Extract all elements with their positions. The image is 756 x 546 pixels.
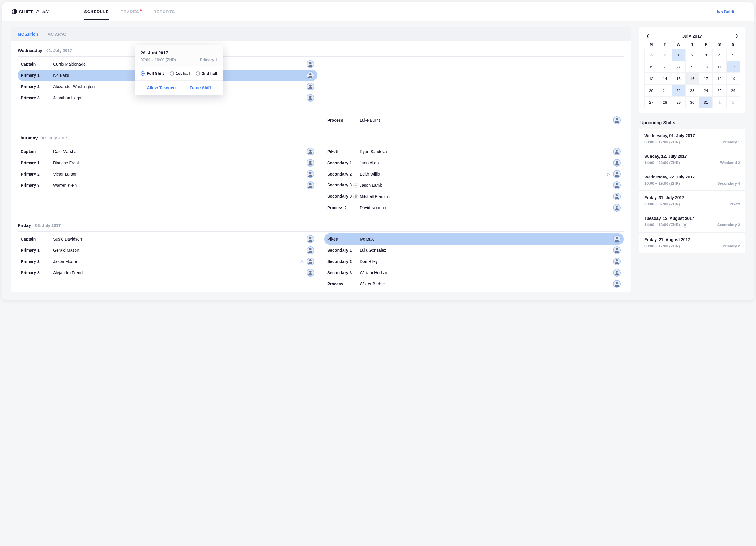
svg-point-18: [309, 270, 311, 273]
shift-role: Secondary 2: [327, 259, 360, 264]
calendar-day[interactable]: 5: [726, 49, 740, 61]
calendar-day[interactable]: 1: [672, 49, 685, 61]
shift-role: Secondary 3B: [327, 194, 360, 199]
more-menu-icon[interactable]: ⋮: [739, 9, 744, 14]
calendar-day[interactable]: 12: [726, 61, 740, 73]
avatar-icon: [613, 116, 621, 124]
calendar-day[interactable]: 25: [713, 84, 726, 96]
shift-person: Walter Barber: [360, 282, 613, 286]
radio-full-label: Full Shift: [147, 71, 164, 76]
current-user[interactable]: Ivo Baldi: [717, 9, 734, 14]
calendar-day[interactable]: 26: [726, 84, 740, 96]
shift-row[interactable]: Primary 1Blanche Frank: [18, 157, 317, 168]
shift-row[interactable]: ProcessWalter Barber: [324, 278, 624, 290]
shift-row[interactable]: ProcessLuke Burns: [324, 115, 624, 126]
allow-takeover-button[interactable]: Allow Takeover: [147, 85, 177, 90]
upcoming-role: Pikett: [730, 202, 740, 206]
shift-row[interactable]: Secondary 3AJason Lamb: [324, 180, 624, 191]
calendar-day[interactable]: 10: [699, 61, 713, 73]
calendar-day[interactable]: 20: [644, 84, 658, 96]
upcoming-role: Secondary 4: [717, 181, 740, 185]
shift-row[interactable]: Secondary 1Lula Gonzalez: [324, 244, 624, 256]
shift-person: William Hudson: [360, 270, 613, 275]
calendar-day[interactable]: 17: [699, 73, 713, 84]
svg-point-15: [309, 237, 311, 239]
upcoming-title: Upcoming Shifts: [640, 120, 745, 125]
shift-row[interactable]: Primary 1Gerald Mason: [18, 244, 317, 256]
nav-reports[interactable]: REPORTS: [154, 9, 175, 20]
shift-person: Juan Allen: [360, 160, 613, 165]
upcoming-item[interactable]: Sunday, 12. July 201714:00 – 23:00 (ZHR)…: [639, 149, 745, 170]
shift-row[interactable]: CaptainDale Marshall: [18, 146, 317, 157]
avatar-icon: [613, 235, 621, 243]
upcoming-item[interactable]: Friday, 21. August 201708:00 – 17:00 (ZH…: [639, 232, 745, 253]
calendar-day[interactable]: 27: [644, 96, 658, 108]
shift-role: Primary 2: [21, 84, 53, 89]
content-body: MC ZurichMC APAC Wednesday01. July 2017C…: [2, 21, 754, 300]
upcoming-role: Weekend 2: [720, 160, 740, 165]
avatar-icon: [613, 148, 621, 155]
shift-row[interactable]: PikettRyan Sandoval: [324, 146, 624, 157]
svg-point-5: [309, 149, 311, 151]
calendar-day[interactable]: 16: [685, 73, 699, 84]
calendar-day[interactable]: 15: [672, 73, 685, 84]
shift-row: [324, 103, 624, 115]
upcoming-item[interactable]: Friday, 31. July 201723:00 – 07:00 (ZHR)…: [639, 190, 745, 211]
calendar-day[interactable]: 29: [672, 96, 685, 108]
shift-row: [324, 70, 624, 81]
radio-first-half[interactable]: 1st half: [170, 71, 190, 76]
shift-row[interactable]: Primary 3Warren Klein: [18, 180, 317, 191]
upcoming-item[interactable]: Wednesday, 22. July 201710:00 – 19:00 (Z…: [639, 170, 745, 190]
calendar-day[interactable]: 7: [658, 61, 672, 73]
calendar-day[interactable]: 1: [713, 96, 726, 108]
shift-row[interactable]: PikettIvo Baldi: [324, 233, 624, 244]
calendar-day[interactable]: 6: [644, 61, 658, 73]
calendar-dow: S: [713, 43, 726, 47]
upcoming-item[interactable]: Wednesday, 01. July 201708:00 – 17:00 (Z…: [639, 128, 745, 149]
calendar-day[interactable]: 2: [685, 49, 699, 61]
calendar-day[interactable]: 3: [699, 49, 713, 61]
day-date: 02. July 2017: [42, 136, 67, 140]
calendar-day[interactable]: 4: [713, 49, 726, 61]
calendar-day[interactable]: 28: [658, 96, 672, 108]
shift-row[interactable]: Secondary 3BMitchell Franklin: [324, 191, 624, 202]
radio-second-half[interactable]: 2nd half: [196, 71, 217, 76]
shift-row[interactable]: Primary 2Jason Moore♨: [18, 256, 317, 267]
calendar-day[interactable]: 9: [685, 61, 699, 73]
calendar-day[interactable]: 18: [713, 73, 726, 84]
calendar-day[interactable]: 24: [699, 84, 713, 96]
shift-row[interactable]: CaptainSusie Davidson: [18, 233, 317, 244]
calendar-next-icon[interactable]: ❯: [734, 32, 740, 39]
calendar-day[interactable]: 14: [658, 73, 672, 84]
shift-row[interactable]: Primary 2Victor Larson: [18, 168, 317, 180]
shift-row[interactable]: Secondary 2Don Riley: [324, 256, 624, 267]
shift-row[interactable]: Primary 3Alejandro French: [18, 267, 317, 278]
svg-point-6: [309, 161, 311, 163]
fire-icon: ♨: [607, 171, 611, 177]
tab-mc-zurich[interactable]: MC Zurich: [18, 32, 38, 37]
calendar-day[interactable]: 22: [672, 84, 685, 96]
nav-trades[interactable]: TRADES: [121, 9, 141, 20]
shift-row[interactable]: Secondary 2Edith Willis♨: [324, 168, 624, 180]
shift-role: Secondary 3: [327, 270, 360, 275]
calendar-day[interactable]: 19: [726, 73, 740, 84]
calendar-day[interactable]: 11: [713, 61, 726, 73]
calendar-day[interactable]: 30: [658, 49, 672, 61]
shift-row[interactable]: Secondary 3William Hudson: [324, 267, 624, 278]
calendar-day[interactable]: 13: [644, 73, 658, 84]
nav-schedule[interactable]: SCHEDULE: [84, 9, 109, 20]
calendar-day[interactable]: 29: [644, 49, 658, 61]
shift-row[interactable]: Process 2David Norman: [324, 202, 624, 213]
tab-mc-apac[interactable]: MC APAC: [47, 32, 66, 37]
calendar-day[interactable]: 30: [685, 96, 699, 108]
trade-shift-button[interactable]: Trade Shift: [190, 85, 211, 90]
calendar-day[interactable]: 21: [658, 84, 672, 96]
calendar-prev-icon[interactable]: ❮: [644, 32, 651, 39]
calendar-day[interactable]: 2: [726, 96, 740, 108]
calendar-day[interactable]: 8: [672, 61, 685, 73]
shift-row[interactable]: Secondary 1Juan Allen: [324, 157, 624, 168]
calendar-day[interactable]: 23: [685, 84, 699, 96]
radio-full-shift[interactable]: Full Shift: [141, 71, 164, 76]
upcoming-item[interactable]: Tuesday, 12. August 201714:00 – 18:00 (Z…: [639, 211, 745, 232]
calendar-day[interactable]: 31: [699, 96, 713, 108]
